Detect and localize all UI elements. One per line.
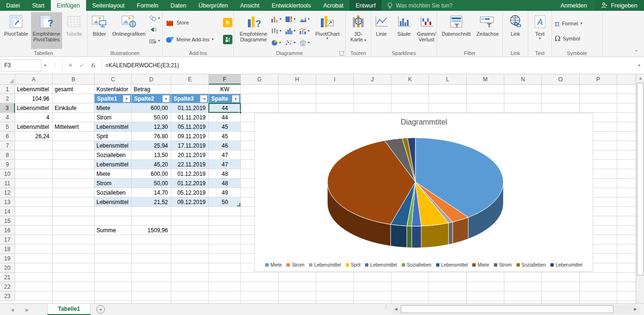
column-header-partial[interactable] (617, 74, 636, 85)
table-header-E[interactable]: Spalte3 (171, 94, 201, 103)
cell-C7[interactable]: Lebensmittel (95, 141, 132, 150)
cell-E10[interactable]: 01.12.2019 (171, 169, 209, 179)
column-header-K[interactable]: K (391, 74, 429, 85)
cell-F4[interactable]: 44 (209, 113, 241, 122)
cell-F8[interactable]: 47 (209, 150, 241, 160)
cell-B3[interactable]: Einkäufe (53, 103, 95, 113)
cell-B5[interactable]: Mittelwert (53, 122, 95, 132)
cell-C10[interactable]: Miete (95, 169, 132, 179)
cell-D5[interactable]: 12,30 (132, 122, 171, 132)
column-header-F[interactable]: F (209, 74, 241, 85)
column-header-I[interactable]: I (316, 74, 354, 85)
ribbon-tab-ansicht[interactable]: Ansicht (234, 0, 266, 11)
row-header-17[interactable]: 17 (0, 235, 15, 244)
cell-C11[interactable]: Strom (95, 179, 132, 188)
store-button[interactable]: Store (164, 17, 191, 28)
scroll-up-icon[interactable]: ▲ (636, 74, 644, 82)
row-header-16[interactable]: 16 (0, 226, 15, 235)
cell-D3[interactable]: 600,00 (132, 103, 171, 113)
cell-E7[interactable]: 17.11.2019 (171, 141, 209, 150)
cell-F1[interactable]: KW (209, 85, 241, 94)
link-button[interactable]: Link (505, 12, 526, 49)
row-header-15[interactable]: 15 (0, 216, 15, 226)
row-header-6[interactable]: 6 (0, 132, 15, 141)
cell-E13[interactable]: 09.12.2019 (171, 197, 209, 207)
cell-D10[interactable]: 600,00 (132, 169, 171, 179)
column-header-P[interactable]: P (580, 74, 617, 85)
horizontal-scrollbar[interactable]: ◀ ▶ (391, 305, 640, 314)
sort-filter-icon[interactable]: ↑▾ (200, 95, 207, 102)
tell-me-search[interactable]: Was möchten Sie tun? (382, 0, 458, 11)
table-header-F[interactable]: Spalte (209, 94, 233, 103)
pictures-button[interactable]: Bilder (88, 12, 110, 49)
sheet-tab-tabelle1[interactable]: Tabelle1 (47, 304, 91, 315)
table-header-C[interactable]: Spalte1 (95, 94, 124, 103)
name-box[interactable] (1, 59, 41, 71)
new-sheet-button[interactable]: + (96, 305, 105, 314)
cell-E6[interactable]: 09.11.2019 (171, 132, 209, 141)
cell-E5[interactable]: 05.11.2019 (171, 122, 209, 132)
row-header-23[interactable]: 23 (0, 291, 15, 301)
formula-bar-expand-caret[interactable]: ▾ (635, 63, 644, 68)
ribbon-tab-daten[interactable]: Daten (165, 0, 192, 11)
cell-C6[interactable]: Sprit (95, 132, 132, 141)
row-header-12[interactable]: 12 (0, 188, 15, 197)
people-graph-addin-icon[interactable] (223, 35, 232, 44)
ribbon-tab-einf-gen[interactable]: Einfügen (51, 0, 86, 11)
cell-E12[interactable]: 05.12.2019 (171, 188, 209, 197)
chart-object[interactable]: Diagrammtitel MieteStromLebensmittelSpri… (254, 113, 593, 272)
vertical-scrollbar[interactable]: ▲ (636, 74, 644, 303)
cell-F6[interactable]: 45 (209, 132, 241, 141)
cell-F9[interactable]: 47 (209, 160, 241, 169)
cell-D8[interactable]: 13,50 (132, 150, 171, 160)
tab-scroll-splitter[interactable]: ⋮ (384, 306, 388, 308)
row-header-19[interactable]: 19 (0, 254, 15, 263)
cell-D12[interactable]: 14,70 (132, 188, 171, 197)
row-header-22[interactable]: 22 (0, 282, 15, 291)
cell-E8[interactable]: 20.11.2019 (171, 150, 209, 160)
row-header-18[interactable]: 18 (0, 244, 15, 254)
cell-C8[interactable]: Sozialleben (95, 150, 132, 160)
pivotchart-button[interactable]: PivotChart ▾ (313, 12, 341, 49)
column-header-L[interactable]: L (429, 74, 467, 85)
enter-icon[interactable]: ✓ (80, 62, 84, 69)
cell-F7[interactable]: 46 (209, 141, 241, 150)
column-header-G[interactable]: G (241, 74, 278, 85)
3d-map-button[interactable]: 3D- Karte ▾ (348, 12, 369, 49)
row-header-20[interactable]: 20 (0, 263, 15, 273)
row-header-4[interactable]: 4 (0, 113, 15, 122)
cell-C16[interactable]: Summe (95, 226, 132, 235)
row-header-1[interactable]: 1 (0, 85, 15, 94)
cell-D16[interactable]: 1509,96 (132, 226, 171, 235)
column-header-J[interactable]: J (354, 74, 391, 85)
scroll-right-icon[interactable]: ▶ (631, 305, 639, 313)
vertical-scroll-thumb[interactable] (637, 83, 644, 276)
row-header-10[interactable]: 10 (0, 169, 15, 179)
ribbon-tab--berpr-fen[interactable]: Überprüfen (192, 0, 234, 11)
cell-E9[interactable]: 22.11.2019 (171, 160, 209, 169)
screenshot-button[interactable]: ▾ (148, 36, 161, 46)
ribbon-tab-start[interactable]: Start (26, 0, 50, 11)
slicer-button[interactable]: Datenschnitt (439, 12, 474, 49)
row-header-13[interactable]: 13 (0, 197, 15, 207)
scroll-left-icon[interactable]: ◀ (392, 305, 400, 313)
insert-scatter-chart-button[interactable]: ▾ (284, 39, 298, 46)
insert-surface-radar-chart-button[interactable]: ▾ (298, 39, 312, 46)
insert-stock-chart-button[interactable]: ▾ (270, 28, 284, 34)
row-header-7[interactable]: 7 (0, 141, 15, 150)
timeline-button[interactable]: Zeitachse (475, 12, 501, 49)
column-header-D[interactable]: D (132, 74, 171, 85)
insert-function-icon[interactable]: fx (91, 62, 95, 69)
cell-F5[interactable]: 45 (209, 122, 241, 132)
cell-F12[interactable]: 49 (209, 188, 241, 197)
row-header-14[interactable]: 14 (0, 207, 15, 216)
ribbon-tab-entwicklertools[interactable]: Entwicklertools (266, 0, 317, 11)
cell-B1[interactable]: gesamt (53, 85, 95, 94)
name-box-caret[interactable]: ▾ (41, 63, 49, 68)
column-header-H[interactable]: H (278, 74, 316, 85)
row-header-11[interactable]: 11 (0, 179, 15, 188)
collapse-ribbon-button[interactable]: ⌃ (635, 49, 638, 55)
sign-in-button[interactable]: Anmelden (553, 0, 594, 11)
cell-A3[interactable]: Lebensmittel (15, 103, 53, 113)
column-header-N[interactable]: N (504, 74, 542, 85)
